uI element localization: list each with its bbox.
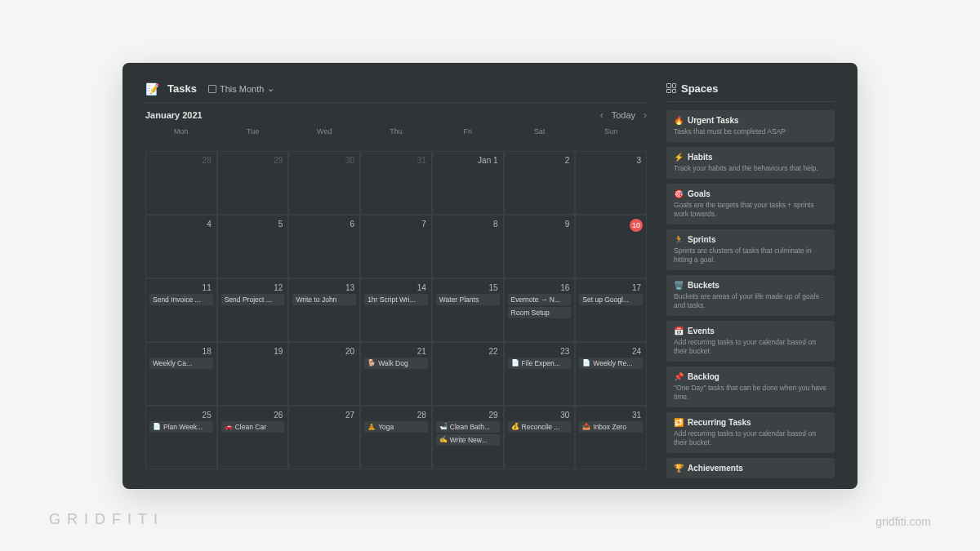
today-button[interactable]: Today xyxy=(612,110,635,120)
event-label: Reconcile ... xyxy=(522,423,560,431)
app-window: 📝 Tasks This Month ⌄ January 2021 ‹ Toda… xyxy=(122,63,858,489)
calendar-event[interactable]: 📄Weekly Re... xyxy=(579,358,643,369)
calendar-event[interactable]: Room Setup xyxy=(508,307,572,318)
day-cell[interactable]: 26🚗Clean Car xyxy=(217,406,289,469)
day-cell[interactable]: 18Weekly Ca... xyxy=(145,342,217,406)
space-card[interactable]: 🏃SprintsSprints are clusters of tasks th… xyxy=(666,229,835,270)
space-title: 📅Events xyxy=(674,327,827,335)
event-label: Write New... xyxy=(450,436,488,444)
calendar-event[interactable]: Set up Googl... xyxy=(579,294,643,305)
day-number: 13 xyxy=(292,282,356,292)
day-cell[interactable]: 7 xyxy=(360,215,432,278)
event-label: Clean Car xyxy=(235,423,266,431)
calendar-event[interactable]: Water Plants xyxy=(436,294,500,305)
day-cell[interactable]: 12Send Project ... xyxy=(217,278,289,342)
day-cell[interactable]: 2 xyxy=(504,151,576,215)
day-number: 26 xyxy=(221,410,285,420)
day-cell[interactable]: 28 xyxy=(145,151,217,215)
space-icon: 🏆 xyxy=(674,464,684,473)
space-card[interactable]: 🎯GoalsGoals are the targets that your ta… xyxy=(666,184,835,224)
space-card[interactable]: 🔁Recurring TasksAdd recurring tasks to y… xyxy=(666,412,835,453)
calendar-event[interactable]: 🧘Yoga xyxy=(364,421,428,433)
space-description: Add recurring tasks to your calendar bas… xyxy=(674,429,827,447)
calendar-event[interactable]: 📄Plan Week... xyxy=(149,421,213,433)
calendar-event[interactable]: 🛁Clean Bath... xyxy=(436,421,500,433)
day-cell[interactable]: 17Set up Googl... xyxy=(575,278,647,342)
day-cell[interactable]: 28🧘Yoga xyxy=(360,406,432,469)
day-cell[interactable]: 8 xyxy=(432,215,504,278)
day-cell[interactable]: 9 xyxy=(504,215,576,278)
calendar-event[interactable]: ✍️Write New... xyxy=(436,434,500,446)
calendar-event[interactable]: 1hr Script Wri... xyxy=(364,294,428,305)
event-label: Clean Bath... xyxy=(450,423,490,431)
calendar-event[interactable]: Send Project ... xyxy=(221,294,285,305)
day-cell[interactable]: 3 xyxy=(575,151,647,215)
day-cell[interactable]: 4 xyxy=(145,215,217,278)
space-card[interactable]: 📌Backlog"One Day" tasks that can be done… xyxy=(666,367,835,407)
day-cell[interactable]: 6 xyxy=(288,215,360,278)
calendar-event[interactable]: 💰Reconcile ... xyxy=(508,421,572,433)
day-cell[interactable]: 23📄File Expen... xyxy=(504,342,576,406)
next-month-button[interactable]: › xyxy=(644,109,647,121)
calendar-event[interactable]: Send Invoice ... xyxy=(149,294,213,305)
calendar-event[interactable]: Weekly Ca... xyxy=(149,358,213,369)
day-number: 30 xyxy=(508,410,572,420)
prev-month-button[interactable]: ‹ xyxy=(600,109,604,121)
event-label: Water Plants xyxy=(439,295,479,304)
space-title-text: Sprints xyxy=(688,235,715,244)
day-cell[interactable]: 16Evernote → N...Room Setup xyxy=(504,278,576,342)
day-cell[interactable]: 29🛁Clean Bath...✍️Write New... xyxy=(432,406,504,469)
day-number: 24 xyxy=(579,346,643,356)
day-cell[interactable]: 11Send Invoice ... xyxy=(145,278,217,342)
day-cell[interactable]: 27 xyxy=(288,406,360,469)
day-cell[interactable]: 31 xyxy=(360,151,432,215)
day-number: 3 xyxy=(579,155,643,165)
space-card[interactable]: ⚡HabitsTrack your habits and the behavio… xyxy=(666,147,835,179)
day-number: 9 xyxy=(508,219,572,229)
calendar-event[interactable]: Write to John xyxy=(292,294,356,305)
day-cell[interactable]: Jan 1 xyxy=(432,151,504,215)
day-cell[interactable]: 25📄Plan Week... xyxy=(145,406,217,469)
space-card[interactable]: 📅EventsAdd recurring tasks to your calen… xyxy=(666,321,835,362)
weekday-label: Mon xyxy=(145,124,217,152)
space-card[interactable]: 🗑️BucketsBuckets are areas of your life … xyxy=(666,275,835,316)
day-cell[interactable]: 10 xyxy=(575,215,647,278)
space-description: "One Day" tasks that can be done when yo… xyxy=(674,384,827,402)
day-number: 21 xyxy=(364,346,428,356)
space-title-text: Recurring Tasks xyxy=(688,418,751,427)
day-cell[interactable]: 21🐕Walk Dog xyxy=(360,342,432,406)
day-cell[interactable]: 22 xyxy=(432,342,504,406)
day-cell[interactable]: 15Water Plants xyxy=(432,278,504,342)
calendar-event[interactable]: 📥Inbox Zero xyxy=(579,421,643,433)
day-number: 8 xyxy=(436,219,500,229)
space-card[interactable]: 🔥Urgent TasksTasks that must be complete… xyxy=(666,110,835,142)
view-selector[interactable]: This Month ⌄ xyxy=(208,83,274,94)
space-card[interactable]: 🏆Achievements xyxy=(666,458,835,478)
weekday-label: Wed xyxy=(288,124,360,152)
calendar-event[interactable]: Evernote → N... xyxy=(508,294,572,305)
space-icon: 🔥 xyxy=(674,116,684,125)
day-cell[interactable]: 24📄Weekly Re... xyxy=(575,342,647,406)
day-cell[interactable]: 19 xyxy=(217,342,289,406)
day-number: 20 xyxy=(292,346,356,356)
main-panel: 📝 Tasks This Month ⌄ January 2021 ‹ Toda… xyxy=(145,82,647,469)
space-title: 🏆Achievements xyxy=(674,464,827,473)
event-label: Evernote → N... xyxy=(511,295,560,304)
space-title-text: Backlog xyxy=(688,372,719,381)
day-cell[interactable]: 29 xyxy=(217,151,289,215)
day-cell[interactable]: 13Write to John xyxy=(288,278,360,342)
calendar-event[interactable]: 🚗Clean Car xyxy=(221,421,285,433)
space-title: 🎯Goals xyxy=(674,189,827,198)
day-cell[interactable]: 20 xyxy=(288,342,360,406)
calendar-event[interactable]: 🐕Walk Dog xyxy=(364,358,428,369)
day-number: Jan 1 xyxy=(436,155,500,165)
event-icon: 🧘 xyxy=(368,423,376,430)
calendar-event[interactable]: 📄File Expen... xyxy=(508,358,572,369)
day-cell[interactable]: 141hr Script Wri... xyxy=(360,278,432,342)
day-number: 31 xyxy=(579,410,643,420)
day-cell[interactable]: 30 xyxy=(288,151,360,215)
day-cell[interactable]: 31📥Inbox Zero xyxy=(575,406,647,469)
event-icon: 🐕 xyxy=(368,359,376,367)
day-cell[interactable]: 5 xyxy=(217,215,289,278)
day-cell[interactable]: 30💰Reconcile ... xyxy=(504,406,576,469)
